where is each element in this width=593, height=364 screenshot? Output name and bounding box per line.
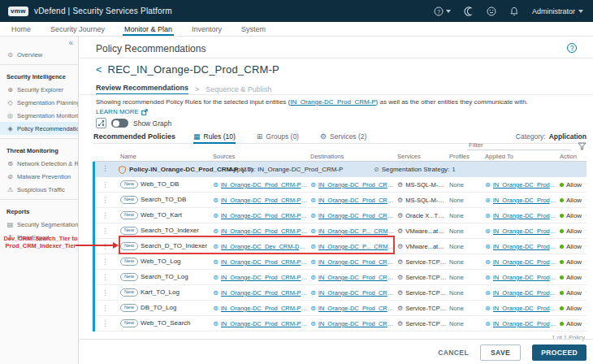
step-sequence-publish[interactable]: Sequence & Publish	[206, 85, 271, 93]
destination-link[interactable]: IN_Orange-DC_Prod_CRM-P_Kart	[318, 212, 395, 219]
source-link[interactable]: IN_Orange-DC_Prod_CRM-P_Search	[221, 197, 308, 204]
save-button[interactable]: SAVE	[480, 344, 521, 361]
drag-handle-icon[interactable]: ⋮	[93, 211, 118, 219]
destination-link[interactable]: IN_Orange-DC_P..._CRM-P_Indexer	[318, 228, 395, 235]
strategy-count[interactable]: 1	[452, 166, 455, 173]
nav-monitor-plan[interactable]: Monitor & Plan	[124, 22, 172, 36]
applied-to-link[interactable]: IN_Orange-DC_Prod_CRM-P	[493, 274, 557, 281]
input-entity-link[interactable]: IN_Orange-DC_Prod_CRM-P	[290, 98, 375, 106]
applied-to-link[interactable]: IN_Orange-DC_Prod_CRM-P	[493, 228, 557, 235]
source-link[interactable]: IN_Orange-DC_Prod_CRM-P_Search	[221, 274, 308, 281]
primary-nav: HomeSecurity JourneyMonitor & PlanInvent…	[0, 22, 593, 37]
nav-system[interactable]: System	[241, 22, 266, 36]
sidebar-item-policy-recommendations[interactable]: ◈Policy Recommendations	[0, 122, 78, 135]
action-cell[interactable]: Allow	[557, 212, 587, 219]
drag-handle-icon[interactable]: ⋮	[93, 288, 118, 297]
rule-row-search-to-db[interactable]: ⋮NewSearch_TO_DB⊚IN_Orange-DC_Prod_CRM-P…	[93, 193, 587, 208]
source-link[interactable]: IN_Orange-DC_Prod_CRM-P_Search	[221, 228, 308, 235]
applied-to-link[interactable]: IN_Orange-DC_Prod_CRM-P	[493, 289, 557, 297]
proceed-button[interactable]: PROCEED	[532, 344, 587, 361]
destination-link[interactable]: IN_Orange-DC_Prod_CRM-P_Log	[318, 258, 395, 266]
sidebar-collapse-icon[interactable]: «	[68, 38, 73, 47]
drag-handle-icon[interactable]: ⋮	[93, 319, 118, 327]
feedback-button[interactable]	[487, 6, 496, 16]
destination-link[interactable]: IN_Orange-DC_P..._CRM-P_Indexer	[318, 243, 395, 250]
destination-link[interactable]: IN_Orange-DC_Prod_CRM-P_Log	[318, 274, 395, 281]
rule-row-web-to-log[interactable]: ⋮NewWeb_TO_Log⊚IN_Orange-DC_Prod_CRM-P_W…	[93, 254, 587, 270]
step-review-recommendations[interactable]: Review Recommendations	[96, 84, 188, 95]
applied-to-link[interactable]: IN_Orange-DC_Prod_CRM-P	[493, 181, 557, 188]
rule-row-search-d-to-indexer[interactable]: ⋮NewSearch_D_TO_Indexer⊚IN_Orange-DC_Dev…	[93, 239, 587, 254]
rule-row-web-to-search[interactable]: ⋮NewWeb_TO_Search⊚IN_Orange-DC_Prod_CRM-…	[93, 316, 587, 332]
drag-handle-icon[interactable]: ⋮	[102, 164, 109, 172]
nav-inventory[interactable]: Inventory	[192, 22, 222, 36]
drag-handle-icon[interactable]: ⋮	[93, 227, 118, 235]
drag-handle-icon[interactable]: ⋮	[93, 242, 118, 250]
source-link[interactable]: IN_Orange-DC_Dev_CRM-D_Search	[221, 243, 308, 250]
graph-view-icon[interactable]	[96, 118, 106, 128]
cancel-button[interactable]: CANCEL	[438, 349, 469, 357]
nav-home[interactable]: Home	[11, 22, 31, 36]
destination-link[interactable]: IN_Orange-DC_Prod_CRM-P_Search	[318, 320, 395, 327]
action-cell[interactable]: Allow	[557, 289, 587, 297]
rule-row-web-to-db[interactable]: ⋮NewWeb_TO_DB⊚IN_Orange-DC_Prod_CRM-P_We…	[93, 177, 587, 193]
dark-mode-button[interactable]	[464, 6, 474, 16]
source-link[interactable]: IN_Orange-DC_Prod_CRM-P_Web	[221, 320, 308, 327]
destinations-cell: ⊚IN_Orange-DC_Prod_CRM-P_Search	[308, 320, 395, 327]
notifications-button[interactable]	[509, 6, 519, 16]
applied-to-link[interactable]: IN_Orange-DC_Prod_CRM-P	[493, 258, 557, 266]
learn-more-link[interactable]: LEARN MORE	[96, 108, 148, 115]
source-link[interactable]: IN_Orange-DC_Prod_CRM-P_DB	[221, 305, 308, 312]
sidebar-item-security-explorer[interactable]: ⊕Security Explorer	[0, 83, 78, 96]
drag-handle-icon[interactable]: ⋮	[93, 180, 118, 188]
sidebar-item-segmentation-monitoring[interactable]: ◎Segmentation Monitoring	[0, 109, 78, 122]
allow-status-dot	[560, 260, 564, 264]
user-menu[interactable]: Administrator	[532, 7, 583, 15]
action-cell[interactable]: Allow	[557, 228, 587, 235]
sidebar-item-security-segmentation-r[interactable]: ▤Security Segmentation R...	[0, 218, 78, 231]
drag-handle-icon[interactable]: ⋮	[93, 304, 118, 312]
applied-to-link[interactable]: IN_Orange-DC_Prod_CRM-P	[493, 197, 557, 204]
applied-to-link[interactable]: IN_Orange-DC_Prod_CRM-P	[493, 320, 557, 327]
drag-handle-icon[interactable]: ⋮	[93, 273, 118, 281]
source-link[interactable]: IN_Orange-DC_Prod_CRM-P_Kart	[221, 289, 308, 297]
rule-row-web-to-kart[interactable]: ⋮NewWeb_TO_Kart⊚IN_Orange-DC_Prod_CRM-P_…	[93, 208, 587, 223]
rule-row-db-to-log[interactable]: ⋮NewDB_TO_Log⊚IN_Orange-DC_Prod_CRM-P_DB…	[93, 301, 587, 316]
action-cell[interactable]: Allow	[557, 320, 587, 327]
sidebar-item-flow-export[interactable]: ↥Flow Export	[0, 231, 78, 244]
action-cell[interactable]: Allow	[557, 197, 587, 204]
sidebar-item-overview[interactable]: ⊙Overview	[0, 48, 78, 61]
action-cell[interactable]: Allow	[557, 274, 587, 281]
policy-header-row[interactable]: ⋮ Policy-IN_Orange-DC_Prod_CRM-P (10) Ap…	[93, 162, 587, 177]
show-graph-toggle[interactable]	[111, 119, 128, 128]
applied-to-link[interactable]: IN_Orange-DC_Prod_CRM-P	[493, 305, 557, 312]
back-button[interactable]: <	[96, 63, 102, 76]
sidebar-item-suspicious-traffic[interactable]: ⚠Suspicious Traffic	[0, 183, 78, 196]
page-help-icon[interactable]: ?	[567, 43, 577, 53]
nav-security-journey[interactable]: Security Journey	[50, 22, 105, 36]
rule-row-search-to-log[interactable]: ⋮NewSearch_TO_Log⊚IN_Orange-DC_Prod_CRM-…	[93, 270, 587, 285]
filter-funnel-icon[interactable]	[578, 142, 587, 150]
action-cell[interactable]: Allow	[557, 258, 587, 266]
sidebar-item-network-detection-res[interactable]: ⊚Network Detection & Res...	[0, 157, 78, 170]
drag-handle-icon[interactable]: ⋮	[93, 258, 118, 266]
action-cell[interactable]: Allow	[557, 243, 587, 250]
source-link[interactable]: IN_Orange-DC_Prod_CRM-P_Web	[221, 181, 308, 188]
destination-link[interactable]: IN_Orange-DC_Prod_CRM-P_DB	[318, 197, 395, 204]
source-link[interactable]: IN_Orange-DC_Prod_CRM-P_Web	[221, 258, 308, 266]
source-link[interactable]: IN_Orange-DC_Prod_CRM-P_Web	[221, 212, 308, 219]
sidebar-item-segmentation-planning[interactable]: ◇Segmentation Planning	[0, 96, 78, 109]
applied-to-link[interactable]: IN_Orange-DC_Prod_CRM-P	[493, 212, 557, 219]
action-cell[interactable]: Allow	[557, 305, 587, 312]
applied-to-link[interactable]: IN_Orange-DC_Prod_CRM-P	[493, 243, 557, 250]
rule-row-kart-to-log[interactable]: ⋮NewKart_TO_Log⊚IN_Orange-DC_Prod_CRM-P_…	[93, 285, 587, 301]
filter-input[interactable]	[467, 141, 571, 150]
sidebar-item-malware-prevention[interactable]: ⊘Malware Prevention	[0, 170, 78, 183]
drag-handle-icon[interactable]: ⋮	[93, 196, 118, 204]
destination-link[interactable]: IN_Orange-DC_Prod_CRM-P_Log	[318, 305, 395, 312]
destination-link[interactable]: IN_Orange-DC_Prod_CRM-P_DB	[318, 181, 395, 188]
action-cell[interactable]: Allow	[557, 181, 587, 188]
help-menu-button[interactable]: ?	[434, 6, 451, 16]
rule-row-search-to-indexer[interactable]: ⋮NewSearch_TO_Indexer⊚IN_Orange-DC_Prod_…	[93, 223, 587, 239]
destination-link[interactable]: IN_Orange-DC_Prod_CRM-P_Log	[318, 289, 395, 297]
